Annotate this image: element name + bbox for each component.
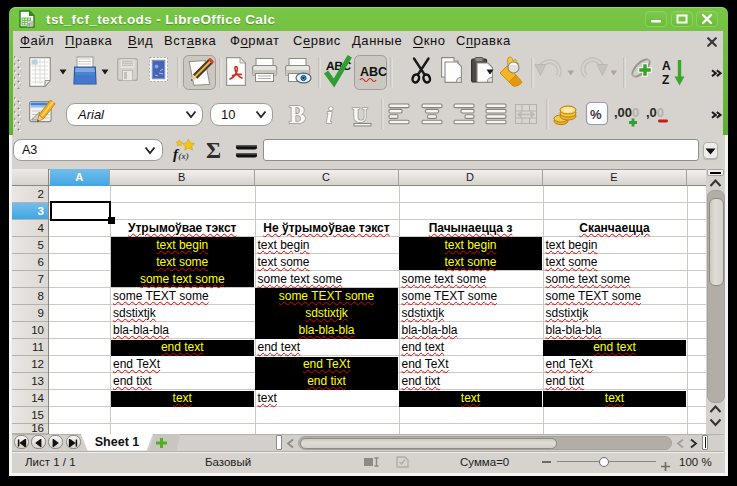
svg-text:i: i xyxy=(326,102,333,128)
svg-text:A: A xyxy=(662,59,671,73)
svg-text:%: % xyxy=(590,107,602,122)
svg-text:B: B xyxy=(289,101,306,128)
svg-text:,00: ,00 xyxy=(646,105,664,120)
svg-text:ABC: ABC xyxy=(360,65,387,79)
svg-text:Σ: Σ xyxy=(206,138,221,163)
svg-text:Z: Z xyxy=(662,73,669,87)
svg-text:(x): (x) xyxy=(179,151,189,161)
svg-text:,000: ,000 xyxy=(614,105,639,120)
